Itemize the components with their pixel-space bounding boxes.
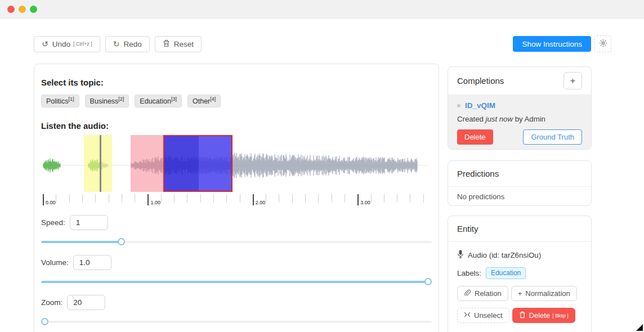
completion-created-text: Created just now by Admin: [457, 115, 582, 123]
entity-audio-row: Audio (id: tarZ6nsiOu): [457, 250, 582, 260]
topic-chip-business[interactable]: Business[2]: [85, 95, 129, 107]
entity-header: Entity: [448, 216, 591, 242]
topic-heading: Select its topic:: [41, 78, 432, 87]
speed-row: Speed:: [41, 215, 432, 230]
close-window-button[interactable]: [7, 6, 15, 13]
ruler-major-tick: [253, 194, 254, 205]
topic-chips: Politics[1]Business[2]Education[3]Other[…: [41, 95, 432, 107]
ruler-minor-tick: [423, 194, 424, 203]
ruler-minor-tick: [226, 194, 227, 203]
toolbar: ↺ Undo[ Ctrl+z ] ↻ Redo Reset Show Instr…: [34, 35, 611, 52]
paperclip-icon: [464, 289, 471, 298]
ruler-minor-tick: [69, 194, 70, 203]
add-completion-button[interactable]: +: [564, 72, 582, 89]
completions-header: Completions +: [448, 67, 591, 95]
delete-completion-button[interactable]: Delete: [457, 129, 493, 145]
gear-icon: [599, 39, 607, 49]
speed-input[interactable]: [70, 215, 108, 230]
ruler-minor-tick: [174, 194, 175, 203]
predictions-header: Predictions: [448, 161, 591, 187]
region-selected[interactable]: [163, 135, 232, 192]
labels-label: Labels:: [457, 269, 481, 277]
zoom-slider-thumb[interactable]: [41, 318, 48, 325]
ruler-tick-label: 3.00: [360, 200, 370, 205]
relation-button[interactable]: Relation: [457, 286, 508, 301]
topic-chip-education[interactable]: Education[3]: [135, 95, 182, 107]
ruler-minor-tick: [56, 194, 56, 203]
volume-slider[interactable]: [41, 278, 432, 285]
ruler-minor-tick: [292, 194, 293, 203]
topic-chip-other[interactable]: Other[4]: [187, 95, 221, 107]
entity-buttons-row-1: Relation + Normalization: [457, 286, 582, 301]
redo-label: Redo: [124, 40, 142, 48]
ground-truth-button[interactable]: Ground Truth: [523, 129, 582, 145]
ruler-minor-tick: [200, 194, 201, 203]
completion-id-row: ID_vQIM: [457, 101, 582, 110]
reset-button[interactable]: Reset: [155, 36, 202, 52]
ruler-minor-tick: [384, 194, 384, 203]
region-yellow[interactable]: [84, 135, 112, 192]
unselect-button[interactable]: Unselect: [457, 308, 509, 323]
ruler-minor-tick: [371, 194, 372, 203]
ruler-major-tick: [147, 194, 149, 205]
zoom-slider-track[interactable]: [41, 321, 432, 323]
shrink-icon: [464, 311, 471, 320]
ruler-minor-tick: [135, 194, 135, 203]
ruler-minor-tick: [305, 194, 306, 203]
normalization-button[interactable]: + Normalization: [511, 286, 577, 301]
mouse-cursor-artifact: [634, 322, 643, 331]
entity-body: Audio (id: tarZ6nsiOu) Labels: Education…: [448, 242, 591, 332]
speed-slider[interactable]: [41, 238, 432, 245]
plus-icon: +: [518, 289, 522, 298]
timeline-ruler: 0.001.002.003.00: [41, 194, 432, 205]
zoom-label: Zoom:: [41, 298, 62, 307]
region-pink[interactable]: [131, 135, 163, 192]
trash-icon: [519, 311, 526, 320]
reset-label: Reset: [174, 40, 194, 48]
entity-buttons-row-2: Unselect Delete[ Bksp ]: [457, 308, 582, 323]
volume-input[interactable]: [73, 255, 111, 270]
volume-row: Volume:: [41, 255, 432, 270]
completion-id-link[interactable]: ID_vQIM: [465, 101, 495, 110]
microphone-icon: [457, 250, 464, 260]
delete-entity-button[interactable]: Delete[ Bksp ]: [512, 308, 575, 323]
volume-label: Volume:: [41, 258, 69, 267]
ruler-minor-tick: [279, 194, 279, 203]
ruler-tick-label: 2.00: [256, 200, 266, 205]
zoom-slider[interactable]: [41, 318, 432, 325]
trash-icon: [163, 39, 170, 49]
show-instructions-button[interactable]: Show Instructions: [513, 36, 591, 52]
completions-title: Completions: [457, 76, 504, 86]
settings-button[interactable]: [594, 35, 611, 52]
ruler-minor-tick: [240, 194, 240, 203]
speed-slider-thumb[interactable]: [118, 238, 125, 245]
predictions-panel: Predictions No predictions: [448, 160, 592, 206]
completion-item[interactable]: ID_vQIM Created just now by Admin Delete…: [448, 95, 591, 150]
predictions-title: Predictions: [457, 169, 499, 178]
ruler-minor-tick: [410, 194, 410, 203]
minimize-window-button[interactable]: [19, 6, 26, 13]
undo-button[interactable]: ↺ Undo[ Ctrl+z ]: [34, 36, 100, 52]
toolbar-left-group: ↺ Undo[ Ctrl+z ] ↻ Redo Reset: [34, 36, 202, 52]
toolbar-right-group: Show Instructions: [513, 35, 611, 52]
label-tag-education[interactable]: Education: [486, 267, 526, 279]
ruler-major-tick: [43, 194, 44, 205]
redo-button[interactable]: ↻ Redo: [105, 36, 150, 52]
delete-entity-shortcut: [ Bksp ]: [552, 313, 568, 318]
ruler-minor-tick: [161, 194, 162, 203]
completion-buttons: Delete Ground Truth: [457, 129, 582, 145]
entity-title: Entity: [457, 224, 478, 234]
ruler-minor-tick: [82, 194, 83, 203]
ruler-minor-tick: [187, 194, 187, 203]
ruler-minor-tick: [95, 194, 96, 203]
zoom-input[interactable]: [67, 295, 105, 310]
topic-chip-politics[interactable]: Politics[1]: [41, 95, 79, 107]
volume-slider-thumb[interactable]: [424, 278, 432, 285]
window-titlebar: [0, 0, 644, 19]
predictions-empty-text: No predictions: [448, 187, 591, 206]
entity-labels-row: Labels: Education: [457, 267, 582, 279]
maximize-window-button[interactable]: [30, 6, 37, 13]
playback-cursor[interactable]: [100, 135, 101, 192]
redo-icon: ↻: [113, 40, 120, 48]
audio-waveform[interactable]: [41, 135, 432, 194]
